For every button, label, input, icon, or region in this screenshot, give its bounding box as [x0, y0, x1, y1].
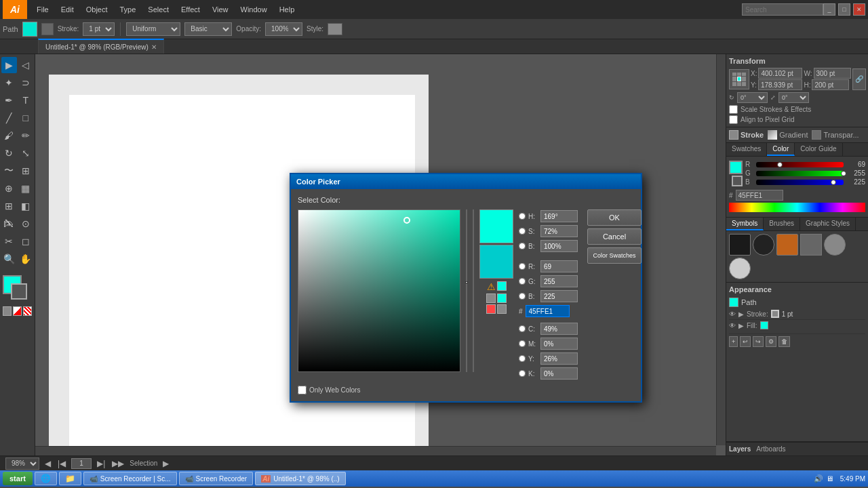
scroll-bottom[interactable]: [35, 446, 716, 455]
menu-type[interactable]: Type: [115, 4, 142, 15]
swatch-red[interactable]: [486, 304, 496, 314]
column-graph-tool[interactable]: ▦: [18, 180, 34, 197]
h-input[interactable]: [540, 210, 578, 222]
app-trash-button[interactable]: 🗑: [778, 336, 790, 347]
gradient-swatch[interactable]: [13, 306, 22, 316]
page-input-button[interactable]: |◀: [56, 459, 67, 468]
scroll-right[interactable]: [716, 54, 726, 445]
h-input[interactable]: [812, 79, 849, 90]
only-web-checkbox[interactable]: [298, 386, 307, 394]
next-page-button[interactable]: ▶|: [96, 459, 106, 468]
fill-color-box[interactable]: [22, 22, 37, 37]
taskbar-screen-recorder-2[interactable]: 📹 Screen Recorder: [179, 472, 254, 485]
appearance-arrow-stroke[interactable]: ▶: [738, 310, 744, 318]
tab-close-button[interactable]: ✕: [151, 43, 157, 51]
lasso-tool[interactable]: ⊃: [18, 75, 34, 91]
hex-panel-input[interactable]: [736, 190, 783, 201]
symbol-2[interactable]: [753, 234, 774, 256]
swatch-gray2[interactable]: [497, 304, 507, 314]
y-input[interactable]: [540, 352, 578, 365]
symbol-6[interactable]: [729, 258, 751, 279]
rotate-input[interactable]: 0°: [737, 92, 768, 103]
zoom-select[interactable]: 98%: [5, 458, 39, 470]
b-input[interactable]: [540, 240, 578, 252]
b-radio[interactable]: [519, 243, 526, 249]
b-slider[interactable]: [756, 180, 844, 185]
b2-input[interactable]: [540, 290, 578, 302]
stroke-weight-dropdown[interactable]: 1 pt: [83, 22, 115, 36]
appearance-eye-fill[interactable]: 👁: [729, 322, 736, 329]
menu-effect[interactable]: Effect: [176, 4, 205, 15]
r-slider[interactable]: [756, 162, 844, 167]
layers-label[interactable]: Layers: [729, 445, 751, 453]
r-input[interactable]: [540, 260, 578, 272]
hand-tool[interactable]: ✋: [18, 251, 34, 267]
type-tool[interactable]: T: [18, 92, 34, 108]
magic-wand-tool[interactable]: ✦: [1, 75, 17, 91]
scissors-tool[interactable]: ✂: [1, 233, 17, 249]
x-input[interactable]: [758, 68, 802, 79]
b2-radio[interactable]: [519, 293, 526, 300]
appearance-fill-swatch[interactable]: [760, 321, 768, 329]
web-color-swatch[interactable]: [497, 281, 507, 291]
style-swatch[interactable]: [328, 23, 342, 35]
hsb-radio[interactable]: [519, 213, 526, 220]
color-gradient-bar[interactable]: [729, 203, 865, 212]
document-tab[interactable]: Untitled-1* @ 98% (RGB/Preview) ✕: [38, 39, 164, 54]
app-add-button[interactable]: +: [729, 336, 738, 347]
symbol-4[interactable]: [800, 234, 822, 256]
app-undo-button[interactable]: ↩: [740, 336, 751, 347]
cancel-button[interactable]: Cancel: [587, 228, 642, 245]
page-input[interactable]: [71, 458, 92, 469]
warp-tool[interactable]: 〜: [1, 163, 17, 179]
tab-brushes[interactable]: Brushes: [764, 218, 800, 230]
lock-proportions-button[interactable]: 🔗: [852, 68, 866, 90]
only-web-label[interactable]: Only Web Colors: [309, 386, 360, 394]
tab-color[interactable]: Color: [767, 143, 795, 156]
taskbar-screen-recorder-1[interactable]: 📹 Screen Recorder | Sc...: [83, 472, 177, 485]
selection-tool[interactable]: ▶: [1, 57, 17, 73]
scale-tool[interactable]: ⤡: [18, 145, 34, 161]
appearance-stroke-swatch[interactable]: [771, 310, 779, 318]
gradient-tool[interactable]: ◧: [18, 198, 34, 214]
taskbar-illustrator[interactable]: Ai Untitled-1* @ 98% (..): [255, 472, 345, 485]
eraser-tool[interactable]: ◻: [18, 233, 34, 249]
y-input[interactable]: [758, 79, 802, 90]
menu-object[interactable]: Object: [81, 4, 113, 15]
menu-window[interactable]: Window: [235, 4, 273, 15]
w-input[interactable]: [814, 68, 851, 79]
start-button[interactable]: start: [3, 472, 33, 485]
direct-selection-tool[interactable]: ◁: [18, 57, 34, 73]
pencil-tool[interactable]: ✏: [18, 127, 34, 144]
symbol-sprayer-tool[interactable]: ⊕: [1, 180, 17, 197]
hex-input[interactable]: [526, 305, 570, 317]
k-input[interactable]: [540, 367, 578, 380]
minimize-button[interactable]: _: [823, 3, 835, 16]
taskbar-ie[interactable]: 🌐: [35, 472, 57, 485]
symbol-1[interactable]: [729, 234, 751, 256]
y-radio[interactable]: [519, 355, 526, 362]
shear-input[interactable]: 0°: [778, 92, 809, 103]
app-settings-button[interactable]: ⚙: [766, 336, 776, 347]
pattern-swatch[interactable]: [23, 306, 32, 316]
line-tool[interactable]: ╱: [1, 110, 17, 126]
tab-graphic-styles[interactable]: Graphic Styles: [800, 218, 856, 230]
m-input[interactable]: [540, 338, 578, 350]
tab-swatches[interactable]: Swatches: [726, 143, 767, 156]
menu-edit[interactable]: Edit: [56, 4, 79, 15]
pen-tool[interactable]: ✒: [1, 92, 17, 108]
tab-symbols[interactable]: Symbols: [726, 218, 764, 230]
rect-tool[interactable]: □: [18, 110, 34, 126]
paintbrush-tool[interactable]: 🖌: [1, 127, 17, 144]
r-radio[interactable]: [519, 263, 526, 270]
s-radio[interactable]: [519, 228, 526, 235]
m-radio[interactable]: [519, 340, 526, 347]
tab-color-guide[interactable]: Color Guide: [795, 143, 842, 156]
blend-tool[interactable]: ⊙: [18, 216, 34, 232]
gradient-picker[interactable]: [298, 209, 460, 372]
align-pixel-checkbox[interactable]: [729, 115, 738, 124]
symbol-5[interactable]: [824, 234, 846, 256]
appearance-eye-stroke[interactable]: 👁: [729, 310, 736, 318]
color-swatches-button[interactable]: Color Swatches: [587, 247, 642, 264]
search-input[interactable]: [742, 3, 823, 16]
